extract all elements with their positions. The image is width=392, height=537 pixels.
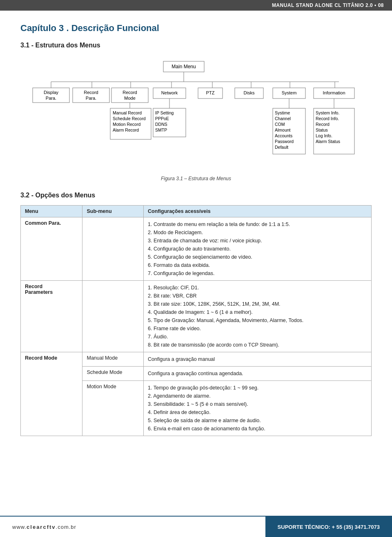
table-row: Common Para. 1. Contraste do menu em rel… xyxy=(21,217,372,281)
section1-title: 3.1 - Estrutura dos Menus xyxy=(20,42,372,49)
svg-text:Record Info.: Record Info. xyxy=(316,116,339,121)
diagram-svg: Main Menu Display Para. Record Para. Rec… xyxy=(29,57,363,172)
svg-text:Display: Display xyxy=(44,90,59,95)
submenu-cell-common xyxy=(82,217,144,281)
svg-text:Record: Record xyxy=(122,90,137,95)
website-bold: clearcftv xyxy=(27,524,56,530)
svg-text:Information: Information xyxy=(323,90,345,95)
menu-cell-recordparams: RecordParameters xyxy=(21,281,82,352)
config-cell-motion: 1. Tempo de gravação pós-detecção: 1 ~ 9… xyxy=(144,381,372,436)
svg-text:Almount: Almount xyxy=(275,128,291,132)
menu-cell-common: Common Para. xyxy=(21,217,82,281)
chapter-title: Capítulo 3 . Descrição Funcional xyxy=(20,23,372,34)
options-table: Menu Sub-menu Configurações acessíveis C… xyxy=(20,205,372,436)
page-footer: www.clearcftv.com.br SUPORTE TÉCNICO: + … xyxy=(0,516,392,537)
svg-text:Channel: Channel xyxy=(275,116,291,121)
menu-diagram: Main Menu Display Para. Record Para. Rec… xyxy=(20,57,372,172)
submenu-cell-manual: Manual Mode xyxy=(82,352,144,367)
svg-text:Schedule Record: Schedule Record xyxy=(113,116,146,121)
svg-text:IP Setting: IP Setting xyxy=(155,110,174,115)
svg-text:Mode: Mode xyxy=(124,96,136,101)
svg-text:Accounts: Accounts xyxy=(275,133,292,138)
table-row: Record Mode Manual Mode Configura a grav… xyxy=(21,352,372,367)
svg-text:Network: Network xyxy=(161,90,178,95)
config-cell-recordparams: 1. Resolução: CIF, D1. 2. Bit rate: VBR,… xyxy=(144,281,372,352)
header-text: MANUAL STAND ALONE CL TITÂNIO 2.0 • 08 xyxy=(272,2,384,8)
config-cell-schedule: Configura a gravação contínua agendada. xyxy=(144,367,372,381)
svg-text:DDNS: DDNS xyxy=(155,122,167,127)
svg-text:SMTP: SMTP xyxy=(155,128,167,132)
page-header: MANUAL STAND ALONE CL TITÂNIO 2.0 • 08 xyxy=(0,0,392,11)
config-cell-common: 1. Contraste do menu em relação a tela d… xyxy=(144,217,372,281)
svg-text:System: System xyxy=(282,90,297,95)
svg-text:Record: Record xyxy=(84,90,98,95)
col-header-menu: Menu xyxy=(21,206,82,217)
svg-text:Main Menu: Main Menu xyxy=(172,64,196,69)
svg-text:COM: COM xyxy=(275,122,285,127)
svg-text:PPPoE: PPPoE xyxy=(155,116,169,121)
col-header-config: Configurações acessíveis xyxy=(144,206,372,217)
svg-text:Para.: Para. xyxy=(46,96,56,101)
submenu-cell-motion: Motion Mode xyxy=(82,381,144,436)
support-phone: + 55 (35) 3471.7073 xyxy=(332,524,380,530)
svg-text:Alarm Status: Alarm Status xyxy=(316,139,340,144)
figure-caption: Figura 3.1 – Estrutura de Menus xyxy=(20,176,372,181)
svg-text:Default: Default xyxy=(275,145,288,150)
svg-text:Manual Record: Manual Record xyxy=(113,110,142,115)
submenu-cell-recordparams xyxy=(82,281,144,352)
footer-support: SUPORTE TÉCNICO: + 55 (35) 3471.7073 xyxy=(265,517,392,537)
submenu-cell-schedule: Schedule Mode xyxy=(82,367,144,381)
section2-title: 3.2 - Opções dos Menus xyxy=(20,192,372,199)
col-header-submenu: Sub-menu xyxy=(82,206,144,217)
svg-text:System Info.: System Info. xyxy=(316,110,339,115)
svg-text:Para.: Para. xyxy=(86,96,96,101)
support-label: SUPORTE TÉCNICO: xyxy=(278,524,330,530)
svg-text:Status: Status xyxy=(316,128,328,132)
svg-text:Alarm Record: Alarm Record xyxy=(113,128,139,132)
svg-text:Password: Password xyxy=(275,139,294,144)
svg-text:PTZ: PTZ xyxy=(206,90,215,95)
svg-text:Log Info.: Log Info. xyxy=(316,133,332,138)
svg-text:Record: Record xyxy=(316,122,330,127)
svg-text:Systime: Systime xyxy=(275,110,290,115)
menu-cell-recordmode: Record Mode xyxy=(21,352,82,436)
table-row: RecordParameters 1. Resolução: CIF, D1. … xyxy=(21,281,372,352)
svg-text:Disks: Disks xyxy=(244,90,255,95)
footer-website: www.clearcftv.com.br xyxy=(0,524,265,530)
config-cell-manual: Configura a gravação manual xyxy=(144,352,372,367)
svg-text:Motion Record: Motion Record xyxy=(113,122,140,127)
